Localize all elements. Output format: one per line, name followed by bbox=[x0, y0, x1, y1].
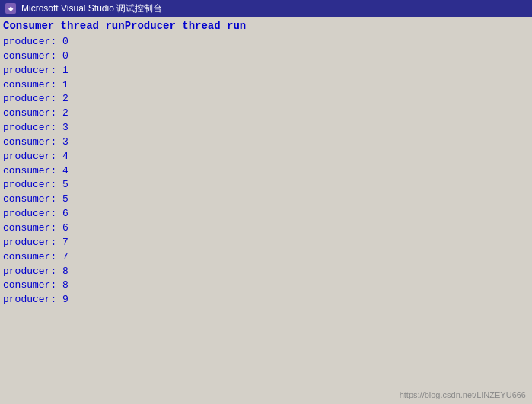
output-line: consumer: 1 bbox=[2, 78, 530, 93]
title-bar: ◆ Microsoft Visual Studio 调试控制台 bbox=[0, 0, 532, 17]
vs-logo: ◆ bbox=[5, 3, 16, 14]
output-line: producer: 1 bbox=[2, 64, 530, 78]
console-output: Consumer thread runProducer thread run p… bbox=[0, 17, 532, 404]
output-line: consumer: 5 bbox=[2, 192, 530, 207]
output-line: producer: 7 bbox=[2, 236, 530, 250]
output-line: consumer: 0 bbox=[2, 49, 530, 64]
output-line: consumer: 2 bbox=[2, 107, 530, 121]
output-line: consumer: 6 bbox=[2, 221, 530, 236]
output-line: consumer: 4 bbox=[2, 164, 530, 179]
output-line: consumer: 3 bbox=[2, 135, 530, 150]
output-line: consumer: 7 bbox=[2, 250, 530, 265]
output-line: producer: 5 bbox=[2, 178, 530, 192]
output-lines: producer: 0consumer: 0producer: 1consume… bbox=[2, 35, 530, 307]
watermark: https://blog.csdn.net/LINZEYU666 bbox=[400, 390, 526, 399]
output-line: producer: 6 bbox=[2, 207, 530, 221]
output-line: producer: 9 bbox=[2, 293, 530, 307]
title-bar-text: Microsoft Visual Studio 调试控制台 bbox=[21, 2, 162, 15]
output-line: producer: 3 bbox=[2, 121, 530, 135]
output-line: producer: 8 bbox=[2, 265, 530, 279]
app-icon: ◆ bbox=[5, 2, 17, 14]
window: ◆ Microsoft Visual Studio 调试控制台 Consumer… bbox=[0, 0, 532, 404]
output-line: producer: 0 bbox=[2, 35, 530, 49]
output-line: consumer: 8 bbox=[2, 278, 530, 293]
output-line: producer: 4 bbox=[2, 150, 530, 164]
output-line: producer: 2 bbox=[2, 92, 530, 107]
header-line: Consumer thread runProducer thread run bbox=[2, 20, 530, 32]
